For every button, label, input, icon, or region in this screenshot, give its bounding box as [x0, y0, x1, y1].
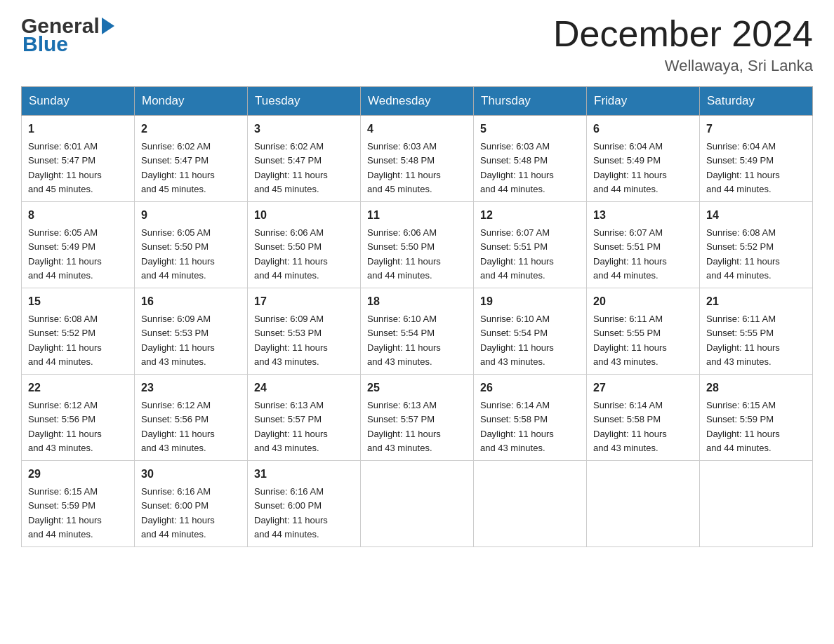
calendar-cell: 25 Sunrise: 6:13 AMSunset: 5:57 PMDaylig…: [361, 375, 474, 461]
page-header: General Blue December 2024 Wellawaya, Sr…: [21, 14, 813, 75]
day-info: Sunrise: 6:11 AMSunset: 5:55 PMDaylight:…: [593, 314, 667, 367]
day-number: 17: [254, 293, 354, 310]
day-info: Sunrise: 6:06 AMSunset: 5:50 PMDaylight:…: [254, 227, 328, 281]
calendar-cell: 30 Sunrise: 6:16 AMSunset: 6:00 PMDaylig…: [135, 461, 248, 547]
calendar-cell: 18 Sunrise: 6:10 AMSunset: 5:54 PMDaylig…: [361, 288, 474, 375]
day-info: Sunrise: 6:15 AMSunset: 5:59 PMDaylight:…: [706, 400, 780, 453]
calendar-week-4: 22 Sunrise: 6:12 AMSunset: 5:56 PMDaylig…: [22, 375, 813, 461]
day-header-saturday: Saturday: [700, 87, 813, 116]
calendar-cell: 26 Sunrise: 6:14 AMSunset: 5:58 PMDaylig…: [474, 375, 587, 461]
day-info: Sunrise: 6:11 AMSunset: 5:55 PMDaylight:…: [706, 314, 780, 367]
day-number: 26: [480, 380, 580, 396]
day-number: 3: [254, 121, 354, 137]
calendar-cell: 21 Sunrise: 6:11 AMSunset: 5:55 PMDaylig…: [700, 288, 813, 375]
calendar-week-3: 15 Sunrise: 6:08 AMSunset: 5:52 PMDaylig…: [22, 288, 813, 375]
location-subtitle: Wellawaya, Sri Lanka: [553, 57, 813, 75]
calendar-cell: 31 Sunrise: 6:16 AMSunset: 6:00 PMDaylig…: [248, 461, 361, 547]
calendar-cell: 1 Sunrise: 6:01 AMSunset: 5:47 PMDayligh…: [22, 116, 135, 202]
month-title: December 2024: [553, 14, 813, 54]
calendar-cell: 9 Sunrise: 6:05 AMSunset: 5:50 PMDayligh…: [135, 202, 248, 288]
calendar-cell: 19 Sunrise: 6:10 AMSunset: 5:54 PMDaylig…: [474, 288, 587, 375]
day-info: Sunrise: 6:02 AMSunset: 5:47 PMDaylight:…: [254, 141, 328, 194]
calendar-cell: 10 Sunrise: 6:06 AMSunset: 5:50 PMDaylig…: [248, 202, 361, 288]
day-header-tuesday: Tuesday: [248, 87, 361, 116]
day-number: 22: [28, 380, 128, 396]
day-header-friday: Friday: [587, 87, 700, 116]
day-info: Sunrise: 6:10 AMSunset: 5:54 PMDaylight:…: [367, 314, 441, 367]
day-info: Sunrise: 6:09 AMSunset: 5:53 PMDaylight:…: [141, 314, 215, 367]
day-header-wednesday: Wednesday: [361, 87, 474, 116]
calendar-body: 1 Sunrise: 6:01 AMSunset: 5:47 PMDayligh…: [22, 116, 813, 547]
calendar-week-1: 1 Sunrise: 6:01 AMSunset: 5:47 PMDayligh…: [22, 116, 813, 202]
day-number: 15: [28, 293, 128, 310]
title-block: December 2024 Wellawaya, Sri Lanka: [553, 14, 813, 75]
day-info: Sunrise: 6:04 AMSunset: 5:49 PMDaylight:…: [593, 141, 667, 194]
day-info: Sunrise: 6:02 AMSunset: 5:47 PMDaylight:…: [141, 141, 215, 194]
calendar-cell: 2 Sunrise: 6:02 AMSunset: 5:47 PMDayligh…: [135, 116, 248, 202]
calendar-header: SundayMondayTuesdayWednesdayThursdayFrid…: [22, 87, 813, 116]
day-info: Sunrise: 6:07 AMSunset: 5:51 PMDaylight:…: [480, 227, 554, 281]
day-header-sunday: Sunday: [22, 87, 135, 116]
day-header-monday: Monday: [135, 87, 248, 116]
day-info: Sunrise: 6:14 AMSunset: 5:58 PMDaylight:…: [480, 400, 554, 453]
day-info: Sunrise: 6:06 AMSunset: 5:50 PMDaylight:…: [367, 227, 441, 281]
day-number: 16: [141, 293, 241, 310]
day-number: 29: [28, 466, 128, 483]
calendar-cell: 23 Sunrise: 6:12 AMSunset: 5:56 PMDaylig…: [135, 375, 248, 461]
calendar-cell: 4 Sunrise: 6:03 AMSunset: 5:48 PMDayligh…: [361, 116, 474, 202]
day-info: Sunrise: 6:03 AMSunset: 5:48 PMDaylight:…: [367, 141, 441, 194]
calendar-cell: [700, 461, 813, 547]
calendar-cell: [587, 461, 700, 547]
day-number: 27: [593, 380, 693, 396]
calendar-cell: [361, 461, 474, 547]
calendar-cell: 6 Sunrise: 6:04 AMSunset: 5:49 PMDayligh…: [587, 116, 700, 202]
day-info: Sunrise: 6:12 AMSunset: 5:56 PMDaylight:…: [141, 400, 215, 453]
day-number: 4: [367, 121, 467, 137]
calendar-week-5: 29 Sunrise: 6:15 AMSunset: 5:59 PMDaylig…: [22, 461, 813, 547]
day-number: 28: [706, 380, 806, 396]
calendar-cell: 3 Sunrise: 6:02 AMSunset: 5:47 PMDayligh…: [248, 116, 361, 202]
calendar-cell: 5 Sunrise: 6:03 AMSunset: 5:48 PMDayligh…: [474, 116, 587, 202]
day-number: 7: [706, 121, 806, 137]
day-number: 11: [367, 207, 467, 224]
calendar-cell: 11 Sunrise: 6:06 AMSunset: 5:50 PMDaylig…: [361, 202, 474, 288]
calendar-cell: 15 Sunrise: 6:08 AMSunset: 5:52 PMDaylig…: [22, 288, 135, 375]
calendar-cell: 20 Sunrise: 6:11 AMSunset: 5:55 PMDaylig…: [587, 288, 700, 375]
day-number: 12: [480, 207, 580, 224]
day-info: Sunrise: 6:15 AMSunset: 5:59 PMDaylight:…: [28, 486, 102, 539]
day-info: Sunrise: 6:13 AMSunset: 5:57 PMDaylight:…: [254, 400, 328, 453]
calendar-week-2: 8 Sunrise: 6:05 AMSunset: 5:49 PMDayligh…: [22, 202, 813, 288]
calendar-cell: 8 Sunrise: 6:05 AMSunset: 5:49 PMDayligh…: [22, 202, 135, 288]
day-info: Sunrise: 6:13 AMSunset: 5:57 PMDaylight:…: [367, 400, 441, 453]
day-number: 6: [593, 121, 693, 137]
day-info: Sunrise: 6:01 AMSunset: 5:47 PMDaylight:…: [28, 141, 102, 194]
day-number: 31: [254, 466, 354, 483]
day-info: Sunrise: 6:07 AMSunset: 5:51 PMDaylight:…: [593, 227, 667, 281]
day-info: Sunrise: 6:10 AMSunset: 5:54 PMDaylight:…: [480, 314, 554, 367]
day-info: Sunrise: 6:16 AMSunset: 6:00 PMDaylight:…: [141, 486, 215, 539]
day-info: Sunrise: 6:16 AMSunset: 6:00 PMDaylight:…: [254, 486, 328, 539]
logo: General Blue: [21, 14, 117, 56]
day-info: Sunrise: 6:04 AMSunset: 5:49 PMDaylight:…: [706, 141, 780, 194]
calendar-cell: 12 Sunrise: 6:07 AMSunset: 5:51 PMDaylig…: [474, 202, 587, 288]
day-number: 21: [706, 293, 806, 310]
calendar-table: SundayMondayTuesdayWednesdayThursdayFrid…: [21, 86, 813, 547]
day-info: Sunrise: 6:08 AMSunset: 5:52 PMDaylight:…: [706, 227, 780, 281]
day-number: 30: [141, 466, 241, 483]
day-number: 8: [28, 207, 128, 224]
day-info: Sunrise: 6:14 AMSunset: 5:58 PMDaylight:…: [593, 400, 667, 453]
day-info: Sunrise: 6:05 AMSunset: 5:50 PMDaylight:…: [141, 227, 215, 281]
day-number: 23: [141, 380, 241, 396]
calendar-cell: 27 Sunrise: 6:14 AMSunset: 5:58 PMDaylig…: [587, 375, 700, 461]
day-number: 9: [141, 207, 241, 224]
calendar-cell: 29 Sunrise: 6:15 AMSunset: 5:59 PMDaylig…: [22, 461, 135, 547]
calendar-cell: 24 Sunrise: 6:13 AMSunset: 5:57 PMDaylig…: [248, 375, 361, 461]
calendar-cell: 17 Sunrise: 6:09 AMSunset: 5:53 PMDaylig…: [248, 288, 361, 375]
day-number: 5: [480, 121, 580, 137]
day-number: 1: [28, 121, 128, 137]
day-number: 10: [254, 207, 354, 224]
day-info: Sunrise: 6:08 AMSunset: 5:52 PMDaylight:…: [28, 314, 102, 367]
calendar-cell: 22 Sunrise: 6:12 AMSunset: 5:56 PMDaylig…: [22, 375, 135, 461]
calendar-cell: 16 Sunrise: 6:09 AMSunset: 5:53 PMDaylig…: [135, 288, 248, 375]
day-number: 14: [706, 207, 806, 224]
